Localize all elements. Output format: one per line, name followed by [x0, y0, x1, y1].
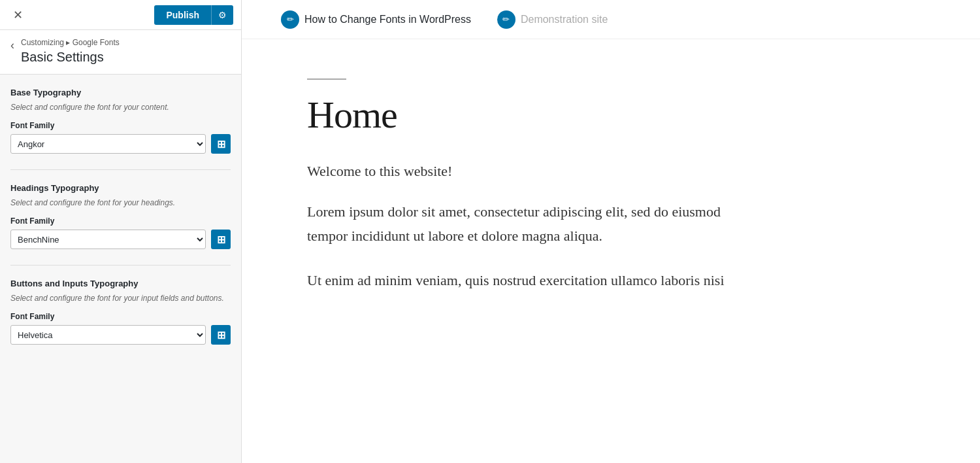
font-family-label-buttons: Font Family	[10, 312, 231, 321]
section-headings-typography: Headings Typography Select and configure…	[10, 183, 231, 249]
nav-link-demo[interactable]: ✏ Demonstration site	[484, 0, 621, 39]
expand-icon-headings: ⊞	[217, 233, 225, 246]
settings-content: Base Typography Select and configure the…	[0, 75, 241, 463]
font-select-row-base: Angkor ⊞	[10, 134, 231, 154]
preview-lorem-text: Lorem ipsum dolor sit amet, consectetur …	[307, 199, 764, 249]
breadcrumb-title: Basic Settings	[21, 50, 120, 65]
section-desc-headings: Select and configure the font for your h…	[10, 197, 231, 209]
back-button[interactable]: ‹	[10, 39, 14, 51]
font-select-base[interactable]: Angkor	[10, 134, 206, 154]
preview-welcome-text: Welcome to this website!	[307, 163, 764, 180]
section-title-headings: Headings Typography	[10, 183, 231, 193]
expand-icon-base: ⊞	[217, 138, 225, 150]
font-family-label-headings: Font Family	[10, 216, 231, 226]
close-button[interactable]: ✕	[8, 5, 28, 25]
font-select-buttons[interactable]: Helvetica	[10, 325, 206, 345]
font-select-headings[interactable]: BenchNine	[10, 230, 206, 249]
font-select-row-headings: BenchNine ⊞	[10, 230, 231, 249]
expand-button-base[interactable]: ⊞	[211, 134, 231, 154]
divider-1	[10, 169, 231, 170]
gear-icon: ⚙	[218, 10, 227, 20]
expand-icon-buttons: ⊞	[217, 329, 225, 341]
nav-link-wordpress[interactable]: ✏ How to Change Fonts in WordPress	[268, 0, 484, 39]
preview-nav: ✏ How to Change Fonts in WordPress ✏ Dem…	[242, 0, 980, 39]
preview-content: Home Welcome to this website! Lorem ipsu…	[242, 39, 830, 332]
sidebar: ✕ Publish ⚙ ‹ Customizing ▸ Google Fonts…	[0, 0, 242, 463]
breadcrumb-area: ‹ Customizing ▸ Google Fonts Basic Setti…	[0, 30, 241, 75]
close-icon: ✕	[13, 9, 23, 22]
preview-home-title: Home	[307, 93, 764, 137]
nav-link-2-text: Demonstration site	[521, 14, 608, 26]
pencil-icon-1: ✏	[281, 10, 299, 29]
section-title-buttons: Buttons and Inputs Typography	[10, 279, 231, 288]
preview-ut-text: Ut enim ad minim veniam, quis nostrud ex…	[307, 268, 764, 292]
section-desc-buttons: Select and configure the font for your i…	[10, 292, 231, 304]
nav-link-1-text: How to Change Fonts in WordPress	[304, 14, 471, 26]
preview-divider	[307, 78, 346, 80]
section-buttons-inputs-typography: Buttons and Inputs Typography Select and…	[10, 279, 231, 345]
publish-area: Publish ⚙	[154, 5, 233, 25]
section-title-base: Base Typography	[10, 88, 231, 97]
breadcrumb: Customizing ▸ Google Fonts Basic Setting…	[21, 38, 120, 65]
publish-button[interactable]: Publish	[154, 5, 211, 25]
expand-button-headings[interactable]: ⊞	[211, 230, 231, 249]
section-desc-base: Select and configure the font for your c…	[10, 101, 231, 113]
font-select-row-buttons: Helvetica ⊞	[10, 325, 231, 345]
main-preview: ✏ How to Change Fonts in WordPress ✏ Dem…	[242, 0, 980, 463]
top-bar: ✕ Publish ⚙	[0, 0, 241, 30]
section-base-typography: Base Typography Select and configure the…	[10, 88, 231, 154]
publish-settings-button[interactable]: ⚙	[211, 5, 233, 25]
divider-2	[10, 265, 231, 266]
pencil-icon-2: ✏	[497, 10, 515, 29]
breadcrumb-nav: Customizing ▸ Google Fonts	[21, 38, 120, 47]
font-family-label-base: Font Family	[10, 121, 231, 130]
expand-button-buttons[interactable]: ⊞	[211, 325, 231, 345]
back-arrow-icon: ‹	[10, 39, 14, 52]
